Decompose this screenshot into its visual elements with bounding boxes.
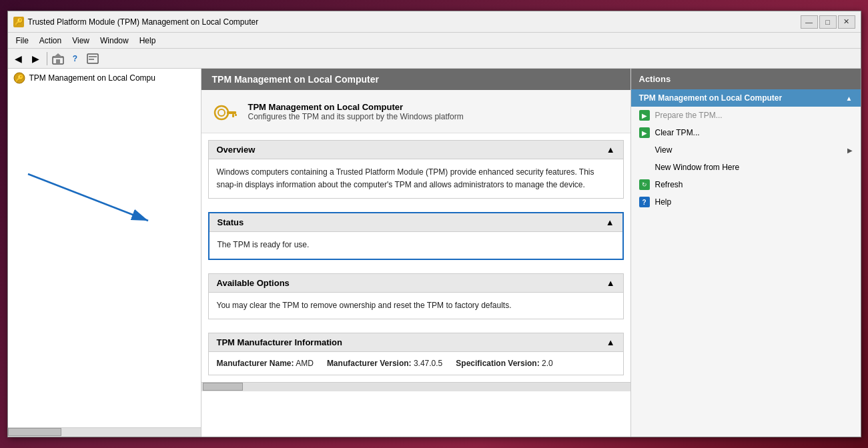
svg-line-9: [28, 174, 148, 221]
actions-panel: Actions TPM Management on Local Computer…: [630, 69, 861, 437]
window-controls: — □ ✕: [801, 15, 855, 29]
svg-rect-14: [235, 114, 237, 116]
window-title: Trusted Platform Module (TPM) Management…: [28, 17, 801, 27]
back-button[interactable]: ◀: [11, 51, 27, 67]
menu-help[interactable]: Help: [134, 35, 161, 47]
section-manufacturer-title: TPM Manufacturer Information: [217, 337, 343, 347]
svg-rect-2: [56, 59, 60, 64]
close-button[interactable]: ✕: [838, 15, 855, 29]
section-overview-chevron[interactable]: ▲: [606, 145, 615, 155]
menu-file[interactable]: File: [11, 35, 34, 47]
menu-view[interactable]: View: [67, 35, 95, 47]
section-overview-header: Overview ▲: [209, 141, 623, 159]
svg-text:🔑: 🔑: [15, 74, 24, 83]
svg-rect-12: [227, 111, 236, 114]
actions-section-header: TPM Management on Local Computer ▲: [631, 89, 861, 107]
intro-title: TPM Management on Local Computer: [248, 102, 464, 112]
home-button[interactable]: [50, 51, 66, 67]
overview-body: Windows computers containing a Trusted P…: [217, 167, 594, 189]
svg-marker-1: [53, 53, 63, 58]
actions-section-title: TPM Management on Local Computer: [639, 93, 783, 103]
svg-rect-13: [232, 114, 234, 117]
refresh-label: Refresh: [655, 180, 683, 189]
help-icon: ?: [639, 197, 650, 207]
prepare-tpm-label: Prepare the TPM...: [655, 111, 723, 120]
help-label: Help: [655, 197, 672, 207]
svg-point-11: [218, 109, 225, 116]
actions-section-chevron[interactable]: ▲: [846, 95, 853, 102]
favorites-button[interactable]: [85, 51, 101, 67]
content-bottom-scrollbar[interactable]: [201, 382, 630, 391]
pointer-arrow: [21, 167, 168, 234]
section-overview-content: Windows computers containing a Trusted P…: [209, 159, 623, 198]
tree-panel: 🔑 TPM Management on Local Compu: [8, 69, 201, 437]
section-manufacturer-header: TPM Manufacturer Information ▲: [209, 333, 623, 352]
section-available-options: Available Options ▲ You may clear the TP…: [208, 273, 624, 319]
actions-list: ▶ Prepare the TPM... ▶ Clear TPM... View…: [631, 107, 861, 211]
svg-rect-5: [89, 59, 94, 60]
view-label: View: [655, 145, 673, 155]
status-body: The TPM is ready for use.: [218, 240, 310, 249]
manufacturer-info-row: Manufacturer Name: AMD Manufacturer Vers…: [209, 352, 623, 375]
app-icon: 🔑: [13, 17, 24, 27]
section-options-chevron[interactable]: ▲: [606, 278, 615, 288]
action-refresh[interactable]: ↻ Refresh: [631, 176, 861, 193]
title-bar: 🔑 Trusted Platform Module (TPM) Manageme…: [8, 11, 861, 33]
clear-tpm-icon: ▶: [639, 127, 650, 138]
content-intro: TPM Management on Local Computer Configu…: [201, 90, 630, 133]
section-overview: Overview ▲ Windows computers containing …: [208, 140, 624, 199]
action-view[interactable]: View ▶: [631, 141, 861, 159]
clear-tpm-label: Clear TPM...: [655, 128, 700, 137]
section-status-chevron[interactable]: ▲: [606, 217, 614, 227]
section-status-header: Status ▲: [209, 213, 622, 232]
section-options-header: Available Options ▲: [209, 274, 623, 293]
view-icon: [639, 145, 650, 155]
section-status-title: Status: [218, 217, 244, 227]
section-status-content: The TPM is ready for use.: [209, 232, 622, 258]
view-submenu-icon: ▶: [847, 147, 853, 154]
tree-scrollbar[interactable]: [8, 427, 201, 437]
section-options-title: Available Options: [217, 278, 290, 288]
intro-subtitle: Configures the TPM and its support by th…: [248, 112, 464, 121]
actions-panel-header: Actions: [631, 69, 861, 89]
action-new-window[interactable]: New Window from Here: [631, 159, 861, 176]
action-prepare-tpm[interactable]: ▶ Prepare the TPM...: [631, 107, 861, 124]
section-status: Status ▲ The TPM is ready for use.: [208, 212, 624, 259]
tree-item-tpm[interactable]: 🔑 TPM Management on Local Compu: [8, 69, 201, 87]
section-manufacturer-chevron[interactable]: ▲: [606, 337, 615, 347]
svg-point-10: [215, 106, 228, 119]
tpm-tree-icon: 🔑: [13, 72, 25, 84]
menu-action[interactable]: Action: [34, 35, 67, 47]
new-window-icon: [639, 162, 650, 173]
main-window: 🔑 Trusted Platform Module (TPM) Manageme…: [7, 11, 861, 437]
forward-button[interactable]: ▶: [28, 51, 44, 67]
content-scrollbar-thumb[interactable]: [203, 383, 243, 391]
main-area: 🔑 TPM Management on Local Compu: [8, 69, 861, 437]
minimize-button[interactable]: —: [801, 15, 818, 29]
content-header: TPM Management on Local Computer: [201, 69, 630, 90]
section-overview-title: Overview: [217, 145, 256, 155]
tpm-key-icon: [212, 98, 239, 125]
manufacturer-version-label: Manufacturer Version: 3.47.0.5: [327, 359, 442, 368]
new-window-label: New Window from Here: [655, 163, 740, 172]
spec-version-label: Specification Version: 2.0: [456, 359, 552, 368]
intro-text-block: TPM Management on Local Computer Configu…: [248, 102, 464, 121]
section-manufacturer: TPM Manufacturer Information ▲ Manufactu…: [208, 333, 624, 375]
options-body: You may clear the TPM to remove ownershi…: [217, 301, 512, 310]
content-panel: TPM Management on Local Computer TPM Man…: [201, 69, 630, 437]
help-toolbar-button[interactable]: ?: [67, 51, 83, 67]
refresh-icon: ↻: [639, 179, 650, 190]
action-help[interactable]: ? Help: [631, 193, 861, 211]
menu-bar: File Action View Window Help: [8, 33, 861, 49]
toolbar-separator-1: [47, 52, 47, 65]
manufacturer-name-label: Manufacturer Name: AMD: [217, 359, 314, 368]
svg-rect-4: [89, 56, 97, 57]
tree-scrollbar-thumb[interactable]: [8, 428, 61, 436]
maximize-button[interactable]: □: [819, 15, 837, 29]
action-clear-tpm[interactable]: ▶ Clear TPM...: [631, 124, 861, 141]
toolbar: ◀ ▶ ?: [8, 49, 861, 69]
tree-item-label: TPM Management on Local Compu: [29, 73, 155, 83]
prepare-tpm-icon: ▶: [639, 110, 650, 121]
section-options-content: You may clear the TPM to remove ownershi…: [209, 293, 623, 319]
menu-window[interactable]: Window: [95, 35, 134, 47]
